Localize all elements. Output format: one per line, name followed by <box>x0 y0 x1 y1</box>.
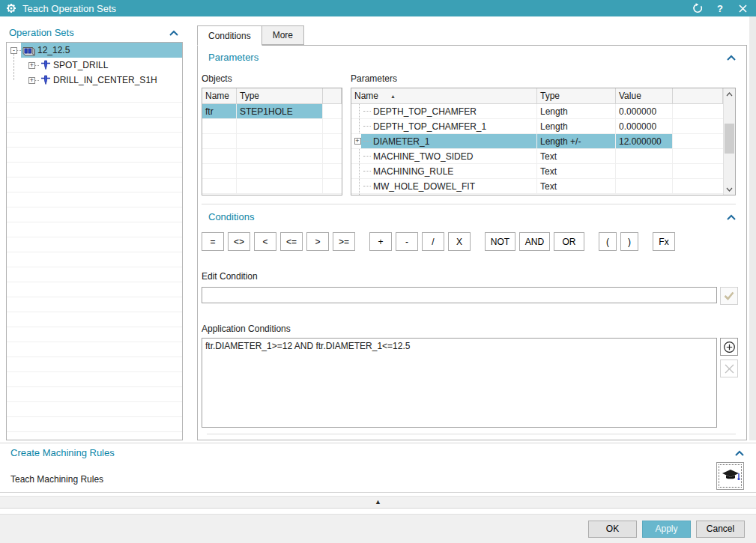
apply-button[interactable]: Apply <box>642 521 691 538</box>
ok-button[interactable]: OK <box>588 521 637 538</box>
parameter-name[interactable]: DIAMETER_1 <box>373 136 429 147</box>
create-machining-rules-header: Create Machining Rules <box>10 447 744 458</box>
parameter-row[interactable]: MACHINING_RULE Text <box>351 164 723 179</box>
cancel-button[interactable]: Cancel <box>696 521 745 538</box>
accept-condition-button[interactable] <box>720 287 738 305</box>
parameter-name[interactable]: MW_HOLE_DOWEL_FIT <box>373 181 475 192</box>
parameter-value[interactable] <box>616 149 673 163</box>
tab-bar: Conditions More <box>197 25 303 46</box>
collapse-box-icon[interactable]: - <box>10 47 17 54</box>
expand-box-icon[interactable]: + <box>354 138 361 145</box>
operator-open-paren-button[interactable]: ( <box>599 232 617 251</box>
title-bar: Teach Operation Sets ? <box>0 0 756 16</box>
operation-sets-title: Operation Sets <box>9 27 74 38</box>
dialog-resize-strip[interactable]: ▲ <box>0 496 756 509</box>
help-icon[interactable]: ? <box>714 2 726 14</box>
scrollbar-track[interactable] <box>724 100 735 183</box>
parameter-name[interactable]: MACHINING_RULE <box>373 166 453 177</box>
edit-condition-input[interactable] <box>202 287 717 303</box>
parameter-row[interactable]: DEPTH_TOP_CHAMFER_1 Length 0.000000 <box>351 119 723 134</box>
expand-box-icon[interactable]: + <box>28 62 35 69</box>
parameter-value[interactable]: 0.000000 <box>616 119 673 133</box>
tree-row-operation-set[interactable]: - 12_12.5 <box>7 43 182 58</box>
expand-box-icon[interactable]: + <box>28 77 35 84</box>
operation-sets-header: Operation Sets <box>6 22 183 42</box>
collapse-strip-icon[interactable]: ▲ <box>375 499 381 506</box>
collapse-chevron-icon[interactable] <box>727 52 736 63</box>
objects-row-ftr[interactable]: ftr STEP1HOLE <box>202 104 342 119</box>
operator-close-paren-button[interactable]: ) <box>620 232 638 251</box>
parameter-type[interactable]: Length <box>537 119 616 133</box>
parameter-value[interactable] <box>616 164 673 178</box>
collapse-chevron-icon[interactable] <box>735 447 744 458</box>
parameter-type[interactable]: Length +/- <box>537 134 616 148</box>
column-header-value[interactable]: Value <box>616 88 673 103</box>
scroll-down-icon[interactable] <box>724 183 735 195</box>
parameter-name[interactable]: MACHINE_TWO_SIDED <box>373 151 473 162</box>
column-header-type[interactable]: Type <box>237 88 323 103</box>
operator-plus-button[interactable]: + <box>369 232 392 251</box>
collapse-chevron-icon[interactable] <box>727 211 736 222</box>
application-conditions-label: Application Conditions <box>202 324 291 334</box>
operator-greaterequal-button[interactable]: >= <box>333 232 355 251</box>
tree-item[interactable]: DRILL_IN_CENTER_S1H <box>39 73 182 88</box>
parameter-type[interactable]: Text <box>537 149 616 163</box>
operator-lessequal-button[interactable]: <= <box>280 232 303 251</box>
operator-equal-button[interactable]: = <box>202 232 224 251</box>
parameter-value[interactable] <box>616 179 673 193</box>
operator-less-button[interactable]: < <box>254 232 276 251</box>
column-header-name[interactable]: Name ▲ <box>351 88 537 103</box>
edit-condition-label: Edit Condition <box>202 271 258 282</box>
close-icon[interactable] <box>737 2 749 14</box>
tree-item-selected[interactable]: 12_12.5 <box>21 43 182 58</box>
tree-empty-rows <box>7 88 182 440</box>
collapse-chevron-icon[interactable] <box>169 27 178 38</box>
parameter-row[interactable]: MACHINE_TWO_SIDED Text <box>351 149 723 164</box>
parameter-type[interactable]: Text <box>537 179 616 193</box>
parameters-scrollbar[interactable] <box>723 88 735 195</box>
column-header-type[interactable]: Type <box>537 88 616 103</box>
operator-and-button[interactable]: AND <box>519 232 550 251</box>
scrollbar-thumb[interactable] <box>725 124 734 154</box>
tree-item[interactable]: SPOT_DRILL <box>39 58 182 73</box>
tree-row-spot-drill[interactable]: + SPOT_DRILL <box>7 58 182 73</box>
drill-icon <box>40 75 51 85</box>
operator-or-button[interactable]: OR <box>554 232 584 251</box>
conditions-section-title: Conditions <box>208 211 254 222</box>
parameter-row[interactable]: DEPTH_TOP_CHAMFER Length 0.000000 <box>351 104 723 119</box>
parameters-label: Parameters <box>351 73 397 84</box>
application-conditions-list[interactable]: ftr.DIAMETER_1>=12 AND ftr.DIAMETER_1<=1… <box>202 338 717 428</box>
reset-icon[interactable] <box>692 2 704 14</box>
object-name-cell[interactable]: ftr <box>202 104 237 118</box>
parameter-type[interactable]: Text <box>537 164 616 178</box>
edit-condition-row <box>202 287 738 305</box>
operator-multiply-button[interactable]: X <box>448 232 471 251</box>
tree-row-drill-in-center[interactable]: + DRILL_IN_CENTER_S1H <box>7 73 182 88</box>
operator-minus-button[interactable]: - <box>396 232 418 251</box>
scroll-up-icon[interactable] <box>724 88 735 100</box>
object-type-cell[interactable]: STEP1HOLE <box>237 104 323 118</box>
parameter-value[interactable]: 12.000000 <box>616 134 673 148</box>
parameter-name[interactable]: DEPTH_TOP_CHAMFER_1 <box>373 121 486 132</box>
parameter-value[interactable]: 0.000000 <box>616 104 673 118</box>
remove-condition-button[interactable] <box>720 360 738 377</box>
operator-divide-button[interactable]: / <box>422 232 444 251</box>
teach-machining-rules-button[interactable] <box>716 462 744 490</box>
application-condition-item[interactable]: ftr.DIAMETER_1>=12 AND ftr.DIAMETER_1<=1… <box>202 339 716 354</box>
column-header-name[interactable]: Name <box>202 88 237 103</box>
section-separator <box>202 204 736 204</box>
teach-machining-rules-label: Teach Machining Rules <box>10 474 103 485</box>
parameter-name[interactable]: DEPTH_TOP_CHAMFER <box>373 106 477 117</box>
parameter-type[interactable]: Length <box>537 104 616 118</box>
tab-more[interactable]: More <box>261 25 304 45</box>
operator-greater-button[interactable]: > <box>306 232 329 251</box>
operator-not-button[interactable]: NOT <box>485 232 515 251</box>
tab-conditions[interactable]: Conditions <box>197 25 262 46</box>
parameter-row[interactable]: MW_HOLE_DOWEL_FIT Text <box>351 179 723 194</box>
conditions-tab-panel: Parameters Objects Parameters Name Type … <box>197 45 747 440</box>
operator-notequal-button[interactable]: <> <box>228 232 250 251</box>
operator-function-button[interactable]: Fx <box>653 232 675 251</box>
objects-table-header: Name Type <box>202 88 342 104</box>
add-condition-button[interactable] <box>720 338 738 356</box>
parameter-row-selected[interactable]: + DIAMETER_1 Length +/- 12.000000 <box>351 134 723 149</box>
